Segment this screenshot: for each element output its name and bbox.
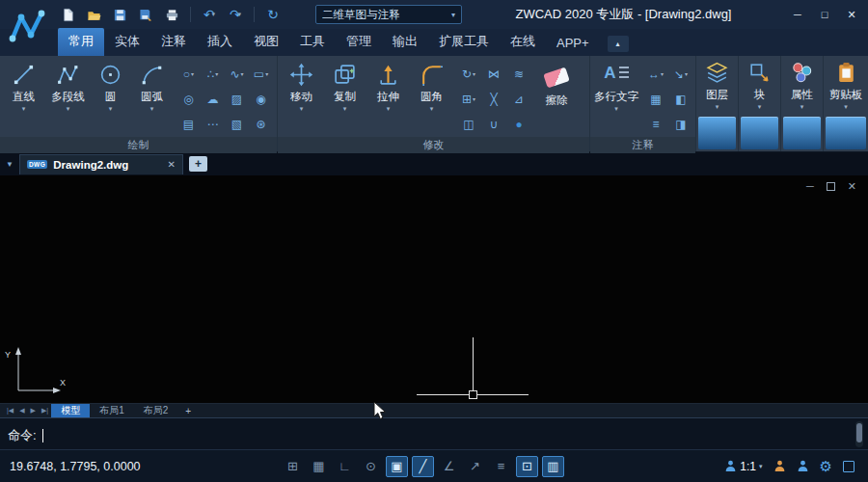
polyline-dropdown-caret[interactable]: ▾ (67, 107, 70, 111)
zwcad-logo[interactable] (8, 6, 48, 52)
snap-toggle[interactable]: ▦ (308, 456, 330, 477)
properties-dropdown-caret[interactable]: ▾ (800, 105, 804, 109)
mirror-icon[interactable]: ⋈ (481, 62, 506, 87)
tab-layout1[interactable]: 布局1 (90, 404, 134, 418)
settings-gear-icon[interactable]: ⚙ (820, 459, 832, 473)
tab-tools[interactable]: 工具 (289, 28, 336, 56)
line-button[interactable]: 直线 ▾ (2, 58, 45, 137)
prev-layout-arrow[interactable]: ◀ (16, 407, 27, 415)
close-button[interactable]: ✕ (839, 4, 864, 25)
doc-minimize-icon[interactable]: ─ (806, 181, 814, 192)
revcloud-icon[interactable]: ☁ (201, 87, 225, 112)
fillet-dropdown-caret[interactable]: ▾ (430, 107, 434, 111)
tab-view[interactable]: 视图 (243, 28, 289, 56)
join-icon[interactable]: ∪ (481, 112, 506, 137)
redo-icon[interactable]: ↷▾ (226, 5, 245, 24)
command-scrollbar[interactable] (855, 421, 863, 447)
tab-layout2[interactable]: 布局2 (134, 404, 178, 418)
properties-button[interactable]: 属性 ▾ (781, 56, 823, 116)
fillet-button[interactable]: 圆角 ▾ (410, 58, 453, 137)
divide-icon[interactable]: ⋯ (201, 112, 225, 137)
command-scrollbar-thumb[interactable] (856, 423, 862, 442)
annotation-toggle[interactable]: ∠ (438, 456, 460, 477)
break-icon[interactable]: ● (506, 112, 531, 137)
tab-annotate[interactable]: 注释 (150, 28, 197, 56)
annotation-visibility-icon[interactable] (773, 460, 786, 472)
copy-button[interactable]: 复制 ▾ (323, 58, 366, 137)
wipeout-icon[interactable]: ▧ (225, 112, 249, 137)
tab-model[interactable]: 模型 (51, 404, 90, 418)
mtext-button[interactable]: A 多行文字 ▾ (592, 58, 640, 137)
erase-button[interactable]: 擦除 (531, 58, 582, 137)
otrack-toggle[interactable]: ╱ (412, 456, 434, 477)
gradient-icon[interactable]: ▤ (176, 112, 201, 137)
block-button[interactable]: 块 ▾ (739, 56, 780, 116)
region-icon[interactable]: ◉ (249, 87, 273, 112)
tab-home[interactable]: 常用 (58, 28, 104, 56)
maximize-button[interactable]: □ (812, 4, 837, 25)
undo-icon[interactable]: ↶▾ (200, 5, 219, 24)
leader-icon[interactable]: ↘▾ (668, 62, 693, 87)
save-as-icon[interactable] (136, 5, 155, 24)
ellipse-icon[interactable]: ○▾ (176, 62, 201, 87)
rectangle-icon[interactable]: ▭▾ (249, 62, 273, 87)
clean-screen-icon[interactable] (843, 461, 854, 472)
save-icon[interactable] (110, 5, 129, 24)
tab-insert[interactable]: 插入 (197, 28, 243, 56)
stretch-dropdown-caret[interactable]: ▾ (387, 107, 391, 111)
polar-toggle[interactable]: ⊙ (360, 456, 382, 477)
move-dropdown-caret[interactable]: ▾ (300, 107, 304, 111)
doc-tab-menu-icon[interactable]: ▼ (6, 160, 14, 169)
add-layout-button[interactable]: + (177, 404, 199, 418)
command-line[interactable]: 命令: (0, 417, 868, 449)
move-button[interactable]: 移动 ▾ (280, 58, 323, 137)
boundary-icon[interactable]: ⊛ (249, 112, 273, 137)
auto-annotation-icon[interactable] (797, 460, 809, 472)
spline-icon[interactable]: ∿▾ (225, 62, 249, 87)
trim-icon[interactable]: ╳ (481, 87, 506, 112)
tab-manage[interactable]: 管理 (336, 28, 382, 56)
tab-express[interactable]: 扩展工具 (428, 28, 500, 56)
block-dropdown-caret[interactable]: ▾ (758, 105, 762, 109)
text-style-icon[interactable]: ◧ (668, 87, 693, 112)
document-tab[interactable]: DWG Drawing2.dwg ✕ (19, 154, 183, 174)
dyn-input-toggle[interactable]: ↗ (464, 456, 486, 477)
explode-icon[interactable]: ◫ (456, 112, 481, 137)
doc-restore-icon[interactable] (827, 182, 835, 191)
arc-button[interactable]: 圆弧 ▾ (130, 58, 174, 137)
point-icon[interactable]: ∴▾ (201, 62, 225, 87)
ribbon-collapse-button[interactable]: ▴ (608, 36, 629, 52)
model-paper-toggle[interactable]: ⊡ (516, 456, 538, 477)
line-dropdown-caret[interactable]: ▾ (22, 107, 26, 111)
layers-dropdown-caret[interactable]: ▾ (716, 105, 719, 109)
drawing-canvas[interactable]: ─ ✕ Y X (0, 175, 868, 403)
clipboard-button[interactable]: 剪贴板 ▾ (824, 56, 868, 116)
last-layout-arrow[interactable]: ▶| (39, 407, 51, 415)
offset-icon[interactable]: ≋ (506, 62, 531, 87)
doc-tab-close-icon[interactable]: ✕ (168, 159, 176, 170)
next-layout-arrow[interactable]: ▶ (28, 407, 39, 415)
layers-button[interactable]: 图层 ▾ (696, 56, 738, 116)
array-icon[interactable]: ⊞▾ (456, 87, 481, 112)
dim-style-icon[interactable]: ≡ (643, 112, 668, 137)
tab-online[interactable]: 在线 (500, 28, 546, 56)
annotation-scale-control[interactable]: 1:1 ▾ (724, 460, 762, 473)
scale-dropdown-caret[interactable]: ▾ (759, 463, 763, 470)
first-layout-arrow[interactable]: |◀ (4, 407, 16, 415)
new-file-icon[interactable] (58, 5, 77, 24)
minimize-button[interactable]: ─ (785, 4, 810, 25)
refresh-icon[interactable]: ↻ (263, 5, 283, 24)
circle-button[interactable]: 圆 ▾ (91, 58, 130, 137)
mark-icon[interactable]: ◨ (668, 112, 693, 137)
ortho-toggle[interactable]: ∟ (334, 456, 356, 477)
tab-solid[interactable]: 实体 (104, 28, 150, 56)
doc-close-icon[interactable]: ✕ (848, 181, 856, 192)
dimension-icon[interactable]: ↔▾ (643, 62, 668, 87)
table-icon[interactable]: ▦ (643, 87, 668, 112)
hatch-icon[interactable]: ▨ (225, 87, 249, 112)
new-drawing-tab-button[interactable]: + (189, 156, 207, 172)
donut-icon[interactable]: ◎ (176, 87, 201, 112)
circle-dropdown-caret[interactable]: ▾ (109, 107, 113, 111)
rotate-icon[interactable]: ↻▾ (456, 62, 481, 87)
arc-dropdown-caret[interactable]: ▾ (150, 107, 154, 111)
